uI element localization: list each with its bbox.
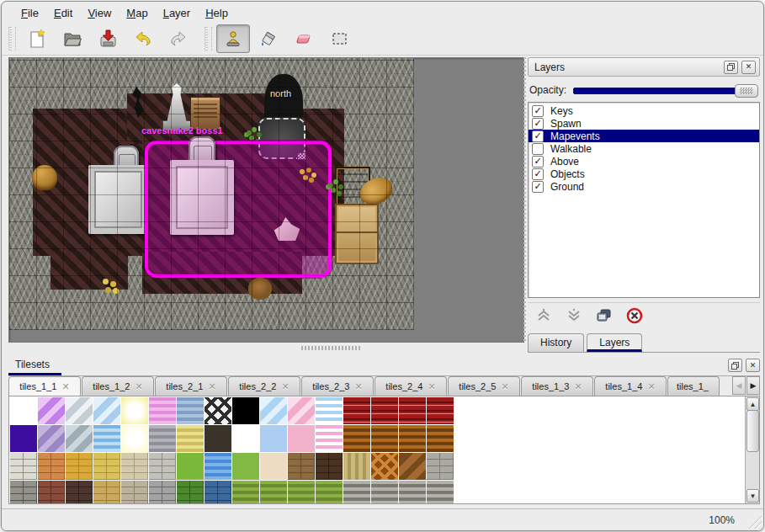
menu-file[interactable]: File — [13, 5, 46, 21]
tileset-tile[interactable] — [38, 425, 65, 452]
layer-visibility-checkbox[interactable]: ✓ — [532, 118, 544, 130]
dock-tab-layers[interactable]: Layers — [587, 333, 642, 352]
tileset-tile[interactable] — [316, 481, 343, 504]
map-view[interactable]: north cavesnake2 boss1 — [8, 57, 524, 343]
close-tab-icon[interactable]: ✕ — [354, 381, 362, 392]
select-tool-button[interactable] — [322, 24, 356, 53]
scroll-up-button[interactable]: ▲ — [746, 397, 759, 411]
vertical-splitter[interactable] — [523, 57, 526, 341]
tileset-tile[interactable] — [288, 453, 315, 480]
tileset-tile[interactable] — [205, 397, 231, 424]
tileset-tile[interactable] — [343, 481, 370, 504]
redo-button[interactable] — [162, 24, 195, 53]
tileset-tab-tiles_2_2[interactable]: tiles_2_2✕ — [228, 376, 300, 396]
tileset-tile[interactable] — [66, 453, 93, 480]
tileset-tile[interactable] — [427, 481, 454, 504]
tileset-tab-tiles_2_4[interactable]: tiles_2_4✕ — [375, 376, 447, 396]
tileset-tile[interactable] — [149, 397, 176, 424]
tileset-tile[interactable] — [121, 397, 148, 424]
tile-grid[interactable] — [10, 397, 481, 504]
fill-tool-button[interactable] — [252, 24, 285, 53]
tileset-tile[interactable] — [232, 481, 259, 504]
layer-visibility-checkbox[interactable]: ✓ — [532, 181, 544, 193]
opacity-slider-thumb[interactable] — [735, 84, 758, 98]
tileset-scrollbar[interactable]: ▲ ▼ — [745, 396, 759, 503]
tileset-tile[interactable] — [232, 397, 259, 424]
resize-grip[interactable] — [747, 514, 762, 529]
tileset-tile[interactable] — [149, 425, 176, 452]
layer-row-ground[interactable]: ✓Ground — [529, 180, 759, 193]
tileset-tile[interactable] — [121, 481, 148, 504]
tileset-tile[interactable] — [343, 425, 370, 452]
tileset-tile[interactable] — [427, 453, 454, 480]
layer-visibility-checkbox[interactable]: ✓ — [532, 130, 544, 142]
tileset-content[interactable]: ▲ ▼ — [8, 396, 760, 504]
raise-layer-button[interactable] — [534, 307, 553, 324]
dock-tab-history[interactable]: History — [528, 333, 584, 352]
tileset-tab-tiles_2_5[interactable]: tiles_2_5✕ — [448, 376, 520, 396]
tileset-tile[interactable] — [288, 397, 315, 424]
tileset-tile[interactable] — [10, 453, 37, 480]
new-file-button[interactable] — [20, 24, 54, 53]
tileset-tile[interactable] — [316, 453, 343, 480]
tileset-tile[interactable] — [93, 481, 120, 504]
tileset-tile[interactable] — [316, 425, 343, 452]
tileset-tile[interactable] — [260, 453, 287, 480]
close-tilesets-button[interactable]: ✕ — [746, 359, 760, 372]
tileset-tab-tiles_2_3[interactable]: tiles_2_3✕ — [301, 376, 374, 396]
tileset-tile[interactable] — [10, 425, 37, 452]
tileset-tile[interactable] — [177, 481, 204, 504]
tileset-tile[interactable] — [10, 397, 37, 424]
tileset-tile[interactable] — [371, 453, 398, 480]
layer-row-above[interactable]: ✓Above — [529, 155, 759, 168]
close-tab-icon[interactable]: ✕ — [574, 381, 582, 392]
close-panel-button[interactable]: ✕ — [741, 61, 756, 74]
tileset-tile[interactable] — [399, 453, 426, 480]
tileset-tile[interactable] — [260, 481, 287, 504]
eraser-tool-button[interactable] — [287, 24, 321, 53]
opacity-slider-track[interactable] — [573, 88, 755, 94]
menu-map[interactable]: Map — [119, 5, 155, 21]
layer-row-walkable[interactable]: Walkable — [529, 142, 759, 155]
tileset-tile[interactable] — [66, 425, 93, 452]
close-tab-icon[interactable]: ✕ — [501, 381, 508, 392]
tileset-tile[interactable] — [66, 481, 93, 504]
toolbar-grip[interactable] — [8, 27, 16, 51]
open-button[interactable] — [56, 24, 89, 53]
tileset-tile[interactable] — [232, 453, 259, 480]
menu-view[interactable]: View — [80, 5, 119, 21]
lower-layer-button[interactable] — [565, 307, 583, 324]
menu-edit[interactable]: Edit — [46, 5, 80, 21]
duplicate-layer-button[interactable] — [595, 307, 614, 324]
opacity-slider[interactable] — [573, 83, 758, 97]
tileset-tile[interactable] — [288, 481, 315, 504]
tileset-tile[interactable] — [93, 425, 120, 452]
tileset-tile[interactable] — [205, 425, 231, 452]
float-panel-button[interactable] — [724, 61, 738, 74]
tileset-tile[interactable] — [399, 481, 426, 504]
tileset-tile[interactable] — [149, 481, 176, 504]
close-tab-icon[interactable]: ✕ — [61, 381, 69, 392]
toolbar-grip-2[interactable] — [205, 27, 212, 51]
tileset-tile[interactable] — [121, 425, 148, 452]
menu-help[interactable]: Help — [198, 5, 236, 21]
tileset-tile[interactable] — [427, 425, 454, 452]
layer-visibility-checkbox[interactable]: ✓ — [532, 168, 544, 180]
layer-row-keys[interactable]: ✓Keys — [529, 104, 759, 117]
tileset-tile[interactable] — [205, 453, 231, 480]
tileset-tile[interactable] — [205, 481, 231, 504]
tileset-tile[interactable] — [93, 453, 120, 480]
tileset-tab-tiles_1_2[interactable]: tiles_1_2✕ — [82, 376, 154, 396]
tileset-tile[interactable] — [38, 397, 65, 424]
scroll-tabs-left-button[interactable]: ◀ — [732, 376, 746, 395]
undo-button[interactable] — [126, 24, 160, 53]
tileset-tile[interactable] — [316, 397, 343, 424]
save-button[interactable] — [91, 24, 125, 53]
tileset-tile[interactable] — [66, 397, 93, 424]
layer-visibility-checkbox[interactable] — [532, 143, 544, 155]
tileset-tile[interactable] — [177, 397, 204, 424]
tileset-tile[interactable] — [288, 425, 315, 452]
scroll-tabs-right-button[interactable]: ▶ — [746, 376, 760, 395]
close-tab-icon[interactable]: ✕ — [428, 381, 435, 392]
float-tilesets-button[interactable] — [728, 359, 742, 372]
